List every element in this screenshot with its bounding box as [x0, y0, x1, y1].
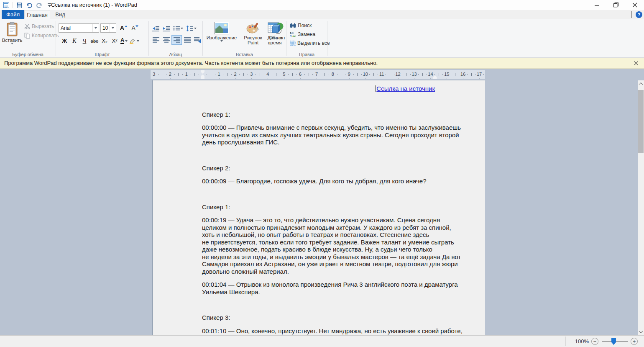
zoom-out-button[interactable]: −	[591, 338, 598, 345]
qat-separator	[13, 2, 13, 8]
font-family-select[interactable]: Arial	[59, 23, 99, 33]
minimize-button[interactable]	[588, 0, 606, 10]
speaker-label[interactable]: Спикер 2:	[202, 165, 485, 172]
tab-home[interactable]: Главная	[24, 10, 50, 19]
cut-button[interactable]: Вырезать	[24, 23, 54, 29]
grow-font-button[interactable]: A	[119, 23, 129, 33]
insert-picture-button[interactable]: Изображение	[204, 22, 240, 42]
superscript-button[interactable]: X²	[110, 36, 120, 46]
doc-line: целиком и полностью принадлежит молодым …	[202, 224, 485, 231]
restore-button[interactable]	[606, 0, 625, 10]
ruler-tick	[248, 74, 248, 75]
font-color-button[interactable]: A	[120, 36, 128, 46]
help-icon[interactable]: ?	[636, 11, 642, 18]
ruler-tick	[260, 73, 260, 76]
speaker-label[interactable]: Спикер 3:	[202, 314, 485, 321]
ruler-tick	[442, 74, 443, 75]
ruler-tick	[406, 73, 406, 76]
select-all-icon	[290, 41, 296, 46]
paint-drawing-button[interactable]: Рисунок Paint	[240, 22, 266, 45]
zoom-slider-thumb[interactable]	[611, 338, 616, 345]
collapse-ribbon-icon[interactable]	[631, 12, 632, 18]
source-link[interactable]: Ссылка на источник	[376, 85, 435, 92]
close-button[interactable]	[625, 0, 644, 10]
underline-button[interactable]: Ч	[79, 36, 89, 46]
font-size-select[interactable]: 10	[100, 23, 116, 33]
transcript-paragraph[interactable]: 00:00:19 — Удача — это то, что действите…	[202, 216, 485, 275]
quick-access-toolbar	[0, 0, 56, 10]
vertical-scrollbar[interactable]	[638, 80, 644, 335]
window-title: Ссылка на источник (1) - WordPad	[51, 0, 137, 10]
doc-line: Спикер 1:	[202, 111, 485, 118]
insert-group: Изображение Рисунок Paint Дата и время О…	[203, 19, 286, 58]
redo-icon[interactable]	[36, 1, 43, 9]
shrink-font-button[interactable]: A	[130, 23, 140, 33]
ruler-tick: 2	[233, 72, 238, 77]
select-all-button[interactable]: Выделить все	[290, 40, 330, 46]
scrollbar-thumb[interactable]	[638, 90, 644, 153]
speaker-label[interactable]: Спикер 1:	[202, 203, 485, 211]
ribbon: Вставить Вырезать Копировать Буфер обмен…	[0, 19, 644, 58]
chevron-down-icon	[125, 40, 128, 42]
transcript-paragraph[interactable]: 00:00:09 — Благородие, госпожа удача. Дл…	[202, 177, 485, 185]
ruler-tick	[390, 73, 390, 76]
ruler-tick	[475, 74, 475, 75]
increase-indent-button[interactable]	[161, 23, 171, 33]
ruler-tick	[264, 74, 264, 75]
ruler[interactable]: 3211234567891011121314151617	[151, 70, 485, 79]
save-icon[interactable]	[15, 1, 23, 9]
find-button[interactable]: Поиск	[290, 23, 312, 28]
doc-line: 00:01:04 — Отрывок из монолога произведе…	[202, 281, 485, 288]
first-line-indent-marker[interactable]	[201, 70, 204, 74]
ruler-tick	[434, 74, 435, 75]
list-button[interactable]	[171, 23, 184, 33]
document-link-line[interactable]: Ссылка на источник	[202, 85, 485, 93]
align-right-button[interactable]	[171, 35, 182, 45]
ruler-tick	[341, 73, 341, 76]
wordpad-app-icon[interactable]	[3, 1, 10, 9]
chevron-up-icon	[639, 82, 643, 87]
warning-close-icon[interactable]	[632, 59, 640, 67]
undo-icon[interactable]	[26, 1, 33, 9]
transcript-paragraph[interactable]: 00:01:10 — Оно, конечно, присутствует. Н…	[202, 327, 485, 335]
tab-view[interactable]: Вид	[50, 10, 70, 19]
paste-button[interactable]: Вставить	[3, 22, 22, 44]
right-indent-marker[interactable]	[433, 75, 437, 79]
transcript-paragraph[interactable]: 00:01:04 — Отрывок из монолога произведе…	[202, 281, 485, 296]
decrease-indent-button[interactable]	[151, 23, 161, 33]
zoom-in-button[interactable]: +	[631, 338, 638, 345]
copy-button[interactable]: Копировать	[24, 33, 59, 39]
document-page[interactable]: Ссылка на источникСпикер 1:00:00:00 — Пр…	[153, 80, 485, 335]
ruler-tick: 14	[428, 72, 433, 77]
italic-button[interactable]: К	[69, 36, 79, 46]
ruler-tick	[296, 74, 296, 75]
scroll-up-button[interactable]	[638, 80, 644, 87]
highlight-color-button[interactable]	[128, 36, 140, 46]
tab-file[interactable]: Файл	[2, 10, 24, 19]
align-left-button[interactable]	[151, 35, 161, 45]
paragraph-dialog-button[interactable]	[192, 35, 203, 45]
ruler-tick	[199, 74, 199, 75]
find-label: Поиск	[298, 23, 312, 28]
speaker-label[interactable]: Спикер 1:	[202, 111, 485, 118]
ruler-tabstop-tick	[284, 78, 284, 79]
strikethrough-button[interactable]: abe	[89, 36, 100, 46]
justify-button[interactable]	[182, 35, 192, 45]
ruler-tick	[321, 74, 321, 75]
ruler-tick: 5	[281, 72, 286, 77]
subscript-button[interactable]: X₂	[100, 36, 110, 46]
bold-button[interactable]: Ж	[59, 36, 69, 46]
scroll-down-button[interactable]	[638, 328, 644, 335]
transcript-paragraph[interactable]: 00:00:00 — Привлечь внимание с первых се…	[202, 124, 485, 146]
status-separator	[565, 337, 566, 346]
copy-icon	[24, 33, 30, 39]
zoom-level-label: 100%	[572, 336, 589, 347]
ruler-tick	[386, 74, 386, 75]
line-spacing-button[interactable]	[184, 23, 198, 33]
align-center-button[interactable]	[161, 35, 171, 45]
left-indent-marker[interactable]	[201, 77, 204, 79]
replace-button[interactable]: abac Замена	[290, 31, 315, 37]
hanging-indent-marker[interactable]	[201, 75, 204, 77]
insert-object-button[interactable]: Объект	[268, 22, 286, 40]
ruler-tick: 10	[363, 72, 368, 77]
